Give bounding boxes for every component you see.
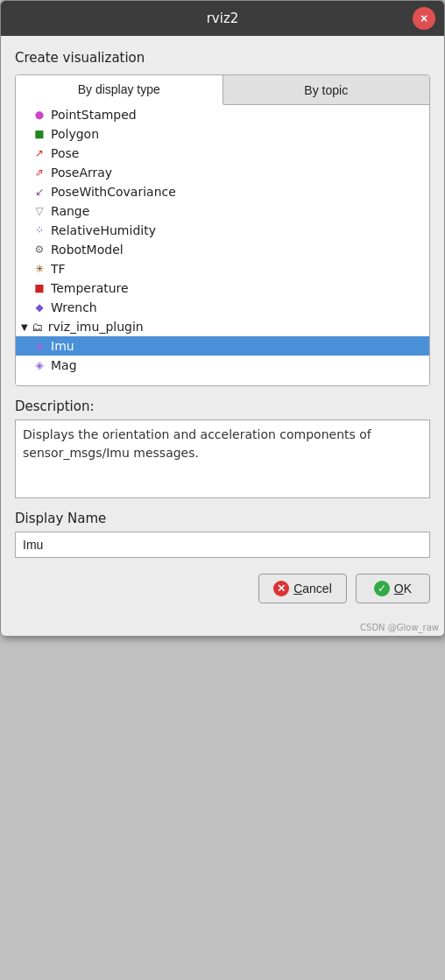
titlebar: rviz2 × [1, 1, 444, 36]
description-label: Description: [15, 398, 430, 414]
list-item-label: Temperature [51, 281, 129, 295]
list-item-posearray[interactable]: ⇗ PoseArray [16, 163, 429, 182]
list-item-temperature[interactable]: ■ Temperature [16, 278, 429, 298]
group-arrow-icon: ▼ [21, 322, 28, 332]
mag-icon: ◈ [33, 359, 46, 371]
main-window: rviz2 × Create visualization By display … [0, 0, 445, 637]
group-label: rviz_imu_plugin [48, 320, 144, 334]
group-header-rviz-imu-plugin[interactable]: ▼ 🗂 rviz_imu_plugin [16, 317, 429, 336]
pose-icon: ↗ [33, 147, 46, 159]
list-item-label: PoseWithCovariance [51, 185, 176, 199]
display-name-section: Display Name [15, 511, 430, 558]
description-section: Description: Displays the orientation an… [15, 398, 430, 498]
cancel-icon: ✕ [273, 581, 289, 596]
list-item-imu[interactable]: ◈ Imu [16, 336, 429, 356]
list-item-posewithcovariance[interactable]: ↙ PoseWithCovariance [16, 182, 429, 201]
watermark: CSDN @Glow_raw [1, 621, 444, 636]
tab-by-topic[interactable]: By topic [223, 75, 430, 104]
list-item-label: Wrench [51, 300, 97, 314]
folder-icon: 🗂 [32, 321, 43, 334]
list-item-label: Mag [51, 358, 77, 372]
list-item-label: PointStamped [51, 108, 137, 122]
posewithcovariance-icon: ↙ [33, 186, 46, 198]
list-item-label: PoseArray [51, 166, 112, 180]
close-button[interactable]: × [413, 7, 435, 30]
list-item-wrench[interactable]: ◆ Wrench [16, 298, 429, 317]
description-text: Displays the orientation and acceleratio… [23, 427, 371, 460]
tf-icon: ✳ [33, 263, 46, 275]
list-item-range[interactable]: ▽ Range [16, 201, 429, 221]
list-item-robotmodel[interactable]: ⚙ RobotModel [16, 240, 429, 259]
ok-button[interactable]: ✓ OK [356, 574, 430, 603]
relativehumidity-icon: ⁘ [33, 224, 46, 236]
tab-by-display-type[interactable]: By display type [16, 75, 223, 105]
button-row: ✕ Cancel ✓ OK [15, 574, 430, 610]
list-item-relativehumidity[interactable]: ⁘ RelativeHumidity [16, 221, 429, 240]
list-item-pose[interactable]: ↗ Pose [16, 144, 429, 163]
display-name-label: Display Name [15, 511, 430, 526]
imu-icon: ◈ [33, 340, 46, 352]
list-item-label: Pose [51, 146, 79, 160]
list-item-label: RobotModel [51, 243, 124, 257]
cancel-label: Cancel [293, 582, 332, 596]
posearray-icon: ⇗ [33, 166, 46, 179]
temperature-icon: ■ [33, 282, 46, 294]
list-item-label: TF [51, 262, 66, 276]
list-item-label: Imu [51, 339, 74, 353]
ok-label: OK [394, 582, 412, 596]
range-icon: ▽ [33, 205, 46, 217]
section-title: Create visualization [15, 50, 430, 66]
list-item-label: RelativeHumidity [51, 223, 156, 237]
description-box: Displays the orientation and acceleratio… [15, 419, 430, 498]
list-item-mag[interactable]: ◈ Mag [16, 356, 429, 375]
list-area[interactable]: ● PointStamped ■ Polygon ↗ Pose ⇗ PoseAr… [16, 105, 429, 385]
ok-icon: ✓ [374, 581, 390, 596]
list-item-pointstamped[interactable]: ● PointStamped [16, 105, 429, 124]
window-title: rviz2 [207, 11, 239, 26]
tab-container: By display type By topic ● PointStamped … [15, 74, 430, 386]
polygon-icon: ■ [33, 128, 46, 140]
list-item-polygon[interactable]: ■ Polygon [16, 124, 429, 144]
cancel-button[interactable]: ✕ Cancel [258, 574, 347, 603]
pointstamped-icon: ● [33, 109, 46, 121]
display-name-input[interactable] [15, 532, 430, 558]
list-item-tf[interactable]: ✳ TF [16, 259, 429, 278]
list-item-label: Polygon [51, 127, 99, 141]
wrench-icon: ◆ [33, 301, 46, 314]
list-item-label: Range [51, 204, 89, 218]
close-icon: × [420, 11, 427, 25]
tab-header: By display type By topic [16, 75, 429, 105]
robotmodel-icon: ⚙ [33, 243, 46, 256]
